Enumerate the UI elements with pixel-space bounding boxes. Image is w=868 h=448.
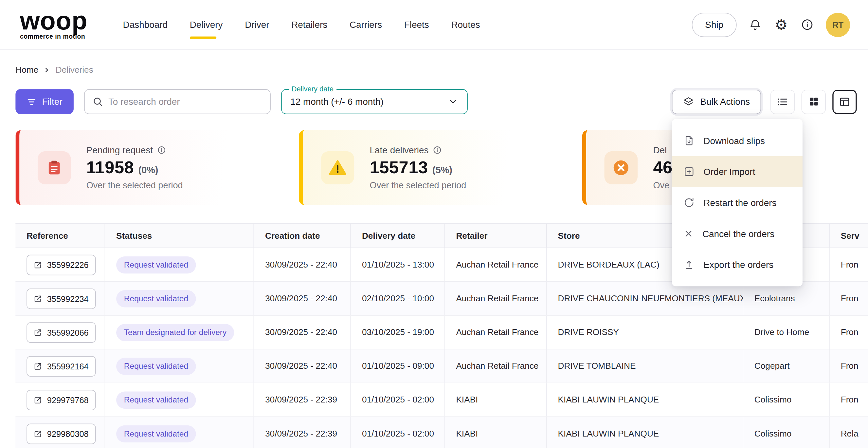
menu-item-label: Cancel the orders (703, 229, 774, 239)
col-header-delivery-date: Delivery date (351, 224, 445, 247)
status-badge: Team designated for delivery (116, 324, 234, 340)
carrier-cell: Ecolotrans (743, 282, 830, 315)
col-header-creation-date: Creation date (254, 224, 351, 247)
info-icon[interactable] (157, 146, 166, 155)
delivery-date-select[interactable]: Delivery date 12 month (+/- 6 month) (281, 89, 467, 114)
nav-item-routes[interactable]: Routes (451, 19, 480, 30)
external-link-icon (34, 294, 42, 303)
info-icon[interactable] (433, 146, 442, 155)
menu-item-label: Export the orders (703, 259, 773, 270)
nav-item-dashboard[interactable]: Dashboard (123, 19, 168, 30)
order-import-icon (683, 166, 694, 177)
status-cell: Team designated for delivery (105, 316, 254, 349)
delivery-date-cell: 03/10/2025 - 19:00 (351, 316, 445, 349)
external-link-icon (34, 328, 42, 336)
menu-item-label: Download slips (703, 135, 765, 146)
app-root: woop commerce in motion Dashboard Delive… (0, 0, 868, 448)
status-badge: Request validated (116, 425, 196, 442)
delivery-date-cell: 01/10/2025 - 13:00 (351, 248, 445, 281)
retailer-cell: Auchan Retail France (445, 282, 547, 315)
delivery-date-cell: 01/10/2025 - 09:00 (351, 350, 445, 383)
status-cell: Request validated (105, 248, 254, 281)
stat-title: Late deliveries (370, 145, 429, 155)
notifications-bell-icon[interactable] (748, 17, 763, 32)
user-avatar[interactable]: RT (826, 12, 850, 37)
menu-item-order-import[interactable]: Order Import (672, 156, 803, 187)
reference-value: 929980308 (47, 429, 89, 439)
menu-item-download-slips[interactable]: Download slips (672, 125, 803, 156)
status-badge: Request validated (116, 391, 196, 408)
store-cell: KIABI LAUWIN PLANQUE (547, 383, 743, 416)
stat-title: Pending request (86, 145, 153, 155)
reference-cell: 355992164 (16, 350, 105, 383)
status-cell: Request validated (105, 383, 254, 416)
reference-link[interactable]: 355992164 (27, 356, 96, 376)
nav-item-delivery[interactable]: Delivery (190, 19, 223, 30)
menu-item-restart-orders[interactable]: Restart the orders (672, 187, 803, 218)
reference-link[interactable]: 355992066 (27, 322, 96, 342)
table-view-button[interactable] (832, 89, 857, 114)
list-view-button[interactable] (771, 89, 795, 114)
bulk-actions-label: Bulk Actions (700, 96, 750, 107)
stat-card: Pending request 11958 (0%) Over the sele… (16, 130, 290, 205)
chevron-right-icon (43, 66, 51, 73)
external-link-icon (34, 261, 42, 269)
toolbar: Filter Delivery date 12 month (+/- 6 mon… (16, 89, 857, 114)
stat-title: Del (653, 145, 667, 155)
filter-icon (27, 97, 36, 107)
settings-gear-icon[interactable]: ⚙ (774, 17, 789, 32)
ship-button[interactable]: Ship (692, 12, 737, 37)
service-cell: Rela (830, 417, 868, 448)
reference-link[interactable]: 355992226 (27, 255, 96, 275)
failed-icon (604, 151, 638, 184)
export-icon (683, 259, 694, 270)
menu-item-cancel-orders[interactable]: Cancel the orders (672, 218, 803, 249)
refresh-icon (683, 197, 694, 208)
help-info-icon[interactable] (800, 17, 815, 32)
layers-icon (683, 96, 694, 107)
breadcrumb-current: Deliveries (56, 65, 93, 75)
nav-item-carriers[interactable]: Carriers (349, 19, 382, 30)
store-cell: DRIVE CHAUCONIN-NEUFMONTIERS (MEAUX) (547, 282, 743, 315)
reference-link[interactable]: 929979768 (27, 390, 96, 410)
menu-item-export-orders[interactable]: Export the orders (672, 249, 803, 280)
external-link-icon (34, 396, 42, 404)
download-document-icon (683, 135, 694, 146)
reference-link[interactable]: 355992234 (27, 288, 96, 309)
nav-item-fleets[interactable]: Fleets (404, 19, 429, 30)
chevron-down-icon (447, 96, 458, 107)
service-cell: Fron (830, 282, 868, 315)
woop-logo[interactable]: woop commerce in motion (20, 9, 87, 40)
status-badge: Request validated (116, 358, 196, 375)
grid-view-icon (808, 96, 819, 107)
table-view-icon (839, 96, 850, 107)
carrier-cell: Colissimo (743, 417, 830, 448)
filter-button[interactable]: Filter (16, 89, 73, 114)
col-header-reference: Reference (16, 224, 105, 247)
logo-tagline: commerce in motion (20, 33, 87, 40)
delivery-date-cell: 01/10/2025 - 02:00 (351, 417, 445, 448)
store-cell: DRIVE TOMBLAINE (547, 350, 743, 383)
table-row: 929980308 Request validated 30/09/2025 -… (16, 417, 868, 448)
nav-item-retailers[interactable]: Retailers (291, 19, 327, 30)
stat-value: 46 (653, 157, 672, 178)
bulk-actions-button[interactable]: Bulk Actions (672, 89, 761, 114)
table-row: 355992234 Request validated 30/09/2025 -… (16, 282, 868, 316)
nav-item-driver[interactable]: Driver (245, 19, 269, 30)
search-input[interactable] (108, 96, 262, 107)
retailer-cell: Auchan Retail France (445, 350, 547, 383)
status-badge: Request validated (116, 256, 196, 273)
search-box[interactable] (84, 89, 270, 114)
breadcrumb-home[interactable]: Home (16, 65, 38, 75)
close-icon (683, 229, 693, 238)
col-header-statuses: Statuses (105, 224, 254, 247)
creation-date-cell: 30/09/2025 - 22:40 (254, 316, 351, 349)
reference-link[interactable]: 929980308 (27, 423, 96, 444)
external-link-icon (34, 362, 42, 370)
carrier-cell: Drive to Home (743, 316, 830, 349)
creation-date-cell: 30/09/2025 - 22:39 (254, 383, 351, 416)
service-cell: Fron (830, 248, 868, 281)
grid-view-button[interactable] (802, 89, 826, 114)
creation-date-cell: 30/09/2025 - 22:40 (254, 282, 351, 315)
status-cell: Request validated (105, 350, 254, 383)
